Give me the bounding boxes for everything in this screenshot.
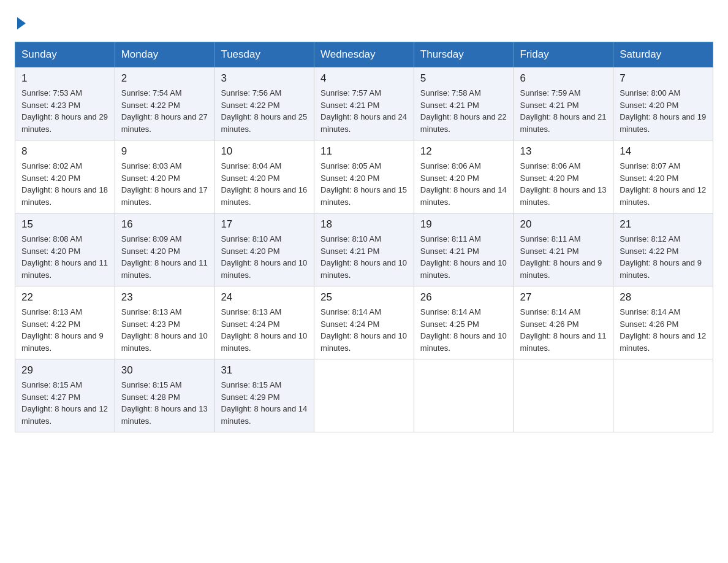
day-number: 30 (121, 364, 208, 377)
day-info: Sunrise: 8:04 AMSunset: 4:20 PMDaylight:… (221, 161, 307, 207)
calendar-cell: 21 Sunrise: 8:12 AMSunset: 4:22 PMDaylig… (613, 213, 713, 286)
day-info: Sunrise: 8:15 AMSunset: 4:27 PMDaylight:… (21, 380, 108, 426)
calendar-cell: 4 Sunrise: 7:57 AMSunset: 4:21 PMDayligh… (314, 67, 414, 140)
calendar-cell: 27 Sunrise: 8:14 AMSunset: 4:26 PMDaylig… (514, 286, 613, 359)
day-info: Sunrise: 8:14 AMSunset: 4:26 PMDaylight:… (520, 307, 607, 353)
day-number: 9 (121, 145, 208, 158)
calendar-cell: 19 Sunrise: 8:11 AMSunset: 4:21 PMDaylig… (414, 213, 514, 286)
calendar-cell: 20 Sunrise: 8:11 AMSunset: 4:21 PMDaylig… (514, 213, 613, 286)
day-number: 31 (221, 364, 308, 377)
day-number: 14 (620, 145, 707, 158)
day-number: 8 (21, 145, 108, 158)
day-number: 23 (121, 291, 208, 304)
day-number: 2 (121, 72, 208, 85)
day-info: Sunrise: 8:02 AMSunset: 4:20 PMDaylight:… (21, 161, 108, 207)
day-info: Sunrise: 8:10 AMSunset: 4:21 PMDaylight:… (320, 234, 407, 280)
logo (15, 15, 26, 29)
calendar-cell: 16 Sunrise: 8:09 AMSunset: 4:20 PMDaylig… (115, 213, 214, 286)
day-info: Sunrise: 8:00 AMSunset: 4:20 PMDaylight:… (620, 88, 706, 134)
calendar-cell: 25 Sunrise: 8:14 AMSunset: 4:24 PMDaylig… (314, 286, 414, 359)
day-info: Sunrise: 8:14 AMSunset: 4:25 PMDaylight:… (420, 307, 507, 353)
day-info: Sunrise: 7:56 AMSunset: 4:22 PMDaylight:… (221, 88, 307, 134)
header-saturday: Saturday (613, 42, 713, 67)
day-number: 25 (320, 291, 408, 304)
calendar-table: SundayMondayTuesdayWednesdayThursdayFrid… (15, 42, 713, 432)
calendar-cell: 30 Sunrise: 8:15 AMSunset: 4:28 PMDaylig… (115, 359, 214, 432)
calendar-cell: 31 Sunrise: 8:15 AMSunset: 4:29 PMDaylig… (214, 359, 314, 432)
day-info: Sunrise: 8:15 AMSunset: 4:29 PMDaylight:… (221, 380, 307, 426)
day-info: Sunrise: 7:59 AMSunset: 4:21 PMDaylight:… (520, 88, 607, 134)
calendar-cell: 28 Sunrise: 8:14 AMSunset: 4:26 PMDaylig… (613, 286, 713, 359)
calendar-cell: 10 Sunrise: 8:04 AMSunset: 4:20 PMDaylig… (214, 140, 314, 213)
calendar-week-row: 15 Sunrise: 8:08 AMSunset: 4:20 PMDaylig… (15, 213, 713, 286)
calendar-week-row: 22 Sunrise: 8:13 AMSunset: 4:22 PMDaylig… (15, 286, 713, 359)
header-monday: Monday (115, 42, 214, 67)
logo-arrow-icon (17, 17, 26, 29)
day-number: 11 (320, 145, 408, 158)
calendar-cell: 2 Sunrise: 7:54 AMSunset: 4:22 PMDayligh… (115, 67, 214, 140)
day-info: Sunrise: 7:53 AMSunset: 4:23 PMDaylight:… (21, 88, 108, 134)
calendar-cell: 8 Sunrise: 8:02 AMSunset: 4:20 PMDayligh… (15, 140, 115, 213)
day-info: Sunrise: 7:58 AMSunset: 4:21 PMDaylight:… (420, 88, 507, 134)
calendar-cell: 22 Sunrise: 8:13 AMSunset: 4:22 PMDaylig… (15, 286, 115, 359)
day-number: 18 (320, 218, 408, 231)
day-number: 24 (221, 291, 308, 304)
day-info: Sunrise: 8:08 AMSunset: 4:20 PMDaylight:… (21, 234, 108, 280)
calendar-cell: 29 Sunrise: 8:15 AMSunset: 4:27 PMDaylig… (15, 359, 115, 432)
day-info: Sunrise: 8:13 AMSunset: 4:23 PMDaylight:… (121, 307, 208, 353)
day-info: Sunrise: 8:11 AMSunset: 4:21 PMDaylight:… (420, 234, 507, 280)
day-number: 26 (420, 291, 507, 304)
calendar-week-row: 1 Sunrise: 7:53 AMSunset: 4:23 PMDayligh… (15, 67, 713, 140)
day-number: 22 (21, 291, 108, 304)
calendar-cell: 23 Sunrise: 8:13 AMSunset: 4:23 PMDaylig… (115, 286, 214, 359)
calendar-cell: 18 Sunrise: 8:10 AMSunset: 4:21 PMDaylig… (314, 213, 414, 286)
day-info: Sunrise: 8:13 AMSunset: 4:24 PMDaylight:… (221, 307, 307, 353)
day-number: 13 (520, 145, 607, 158)
header-friday: Friday (514, 42, 613, 67)
day-number: 1 (21, 72, 108, 85)
day-info: Sunrise: 8:13 AMSunset: 4:22 PMDaylight:… (21, 307, 104, 353)
calendar-cell: 6 Sunrise: 7:59 AMSunset: 4:21 PMDayligh… (514, 67, 613, 140)
calendar-cell (514, 359, 613, 432)
calendar-cell (414, 359, 514, 432)
calendar-cell: 15 Sunrise: 8:08 AMSunset: 4:20 PMDaylig… (15, 213, 115, 286)
day-info: Sunrise: 8:10 AMSunset: 4:20 PMDaylight:… (221, 234, 307, 280)
header-thursday: Thursday (414, 42, 514, 67)
day-number: 7 (620, 72, 707, 85)
day-number: 4 (320, 72, 408, 85)
day-info: Sunrise: 8:06 AMSunset: 4:20 PMDaylight:… (520, 161, 607, 207)
day-info: Sunrise: 8:03 AMSunset: 4:20 PMDaylight:… (121, 161, 208, 207)
day-info: Sunrise: 7:54 AMSunset: 4:22 PMDaylight:… (121, 88, 208, 134)
day-number: 5 (420, 72, 507, 85)
day-number: 16 (121, 218, 208, 231)
day-info: Sunrise: 8:11 AMSunset: 4:21 PMDaylight:… (520, 234, 602, 280)
day-number: 21 (620, 218, 707, 231)
day-number: 15 (21, 218, 108, 231)
day-number: 3 (221, 72, 308, 85)
calendar-cell: 26 Sunrise: 8:14 AMSunset: 4:25 PMDaylig… (414, 286, 514, 359)
day-info: Sunrise: 8:14 AMSunset: 4:26 PMDaylight:… (620, 307, 706, 353)
calendar-cell (613, 359, 713, 432)
calendar-cell: 14 Sunrise: 8:07 AMSunset: 4:20 PMDaylig… (613, 140, 713, 213)
header-tuesday: Tuesday (214, 42, 314, 67)
calendar-cell: 13 Sunrise: 8:06 AMSunset: 4:20 PMDaylig… (514, 140, 613, 213)
day-number: 28 (620, 291, 707, 304)
day-number: 10 (221, 145, 308, 158)
day-info: Sunrise: 8:15 AMSunset: 4:28 PMDaylight:… (121, 380, 208, 426)
calendar-cell: 1 Sunrise: 7:53 AMSunset: 4:23 PMDayligh… (15, 67, 115, 140)
day-number: 17 (221, 218, 308, 231)
calendar-week-row: 29 Sunrise: 8:15 AMSunset: 4:27 PMDaylig… (15, 359, 713, 432)
calendar-cell: 11 Sunrise: 8:05 AMSunset: 4:20 PMDaylig… (314, 140, 414, 213)
calendar-header-row: SundayMondayTuesdayWednesdayThursdayFrid… (15, 42, 713, 67)
calendar-cell: 17 Sunrise: 8:10 AMSunset: 4:20 PMDaylig… (214, 213, 314, 286)
calendar-cell: 7 Sunrise: 8:00 AMSunset: 4:20 PMDayligh… (613, 67, 713, 140)
calendar-cell (314, 359, 414, 432)
day-number: 20 (520, 218, 607, 231)
day-number: 27 (520, 291, 607, 304)
calendar-cell: 9 Sunrise: 8:03 AMSunset: 4:20 PMDayligh… (115, 140, 214, 213)
day-info: Sunrise: 8:05 AMSunset: 4:20 PMDaylight:… (320, 161, 407, 207)
day-number: 19 (420, 218, 507, 231)
day-number: 12 (420, 145, 507, 158)
calendar-cell: 3 Sunrise: 7:56 AMSunset: 4:22 PMDayligh… (214, 67, 314, 140)
day-info: Sunrise: 8:12 AMSunset: 4:22 PMDaylight:… (620, 234, 702, 280)
